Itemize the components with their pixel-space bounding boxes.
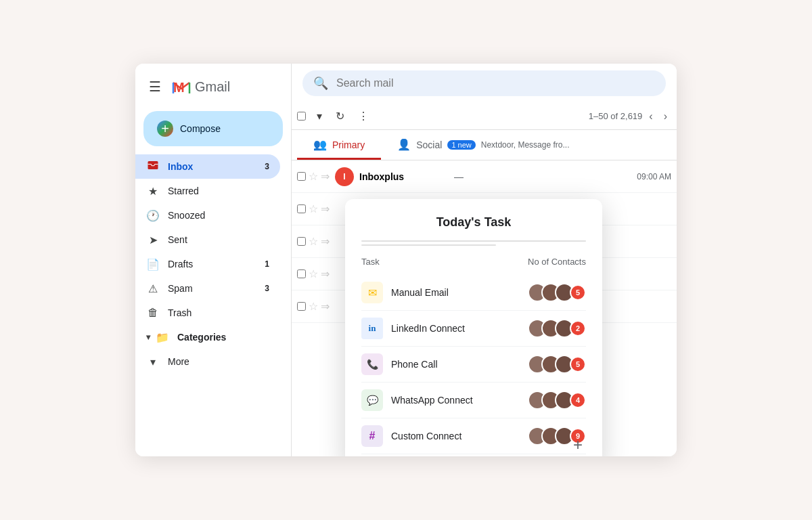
categories-label: Categories: [177, 332, 226, 343]
star-icon[interactable]: ☆: [309, 300, 318, 313]
linkedin-icon: in: [361, 318, 383, 339]
sidebar-item-inbox[interactable]: Inbox 3: [135, 154, 280, 179]
prev-page-button[interactable]: ‹: [645, 108, 656, 125]
social-tab-sub: Nextdoor, Message fro...: [481, 140, 570, 150]
inbox-badge: 3: [265, 162, 269, 171]
sidebar-item-more[interactable]: ▾ More: [135, 349, 280, 374]
task-row-phone[interactable]: 📞 Phone Call 5: [361, 347, 586, 383]
sidebar-item-categories[interactable]: ▾ 📁 Categories: [135, 325, 291, 349]
snoozed-label: Snoozed: [168, 210, 269, 221]
tab-primary[interactable]: 👥 Primary: [297, 130, 381, 160]
drafts-badge: 1: [265, 259, 269, 269]
sidebar: ☰ M Gmail + Compose: [135, 64, 291, 456]
sidebar-item-trash[interactable]: 🗑 Trash: [135, 301, 280, 325]
search-input[interactable]: [336, 77, 655, 89]
linkedin-label: LinkedIn Connect: [391, 323, 528, 334]
starred-icon: ★: [146, 185, 160, 198]
snooze-icon[interactable]: ⇒: [321, 202, 330, 215]
linkedin-avatars: 2: [528, 319, 586, 338]
task-divider-bottom: [361, 244, 496, 246]
compose-button[interactable]: + Compose: [143, 111, 283, 146]
avatar-count-badge: 5: [570, 356, 586, 372]
sidebar-item-spam[interactable]: ⚠ Spam 3: [135, 276, 280, 301]
task-col-task: Task: [361, 257, 380, 267]
whatsapp-label: WhatsApp Connect: [391, 395, 528, 406]
custom-icon: #: [361, 425, 383, 447]
search-icon: 🔍: [313, 76, 328, 91]
avatar-count-badge: 5: [570, 284, 586, 301]
whatsapp-avatars: 4: [528, 391, 586, 410]
email-checkbox[interactable]: [297, 172, 306, 181]
trash-icon: 🗑: [146, 307, 160, 319]
sidebar-item-drafts[interactable]: 📄 Drafts 1: [135, 252, 280, 276]
svg-rect-2: [148, 161, 158, 169]
task-header-row: Task No of Contacts: [361, 257, 586, 267]
avatar-count-badge: 4: [570, 392, 586, 408]
sidebar-header: ☰ M Gmail: [135, 69, 291, 108]
task-add-button[interactable]: +: [567, 434, 589, 456]
task-modal: Today's Task Task No of Contacts ✉ Manua…: [345, 199, 602, 456]
pagination-arrows: ‹ ›: [645, 108, 671, 125]
tab-social[interactable]: 👤 Social 1 new Nextdoor, Message fro...: [381, 130, 585, 160]
task-row-custom[interactable]: # Custom Connect 9: [361, 418, 586, 454]
gmail-label: Gmail: [195, 79, 230, 95]
phone-icon: 📞: [361, 353, 383, 375]
star-icon[interactable]: ☆: [309, 170, 318, 183]
spam-badge: 3: [265, 284, 269, 293]
sidebar-item-snoozed[interactable]: 🕐 Snoozed: [135, 203, 280, 228]
star-icon[interactable]: ☆: [309, 235, 318, 248]
custom-label: Custom Connect: [391, 431, 528, 441]
star-icon[interactable]: ☆: [309, 202, 318, 215]
manual-email-avatars: 5: [528, 283, 586, 302]
avatar-count-badge: 2: [570, 320, 586, 337]
task-divider-top: [361, 240, 586, 242]
drafts-label: Drafts: [168, 259, 265, 269]
inbox-icon: [146, 159, 160, 174]
email-checkbox[interactable]: [297, 269, 306, 278]
phone-label: Phone Call: [391, 359, 528, 370]
drafts-icon: 📄: [146, 258, 160, 271]
more-options-button[interactable]: ⋮: [353, 106, 374, 127]
primary-tab-label: Primary: [332, 139, 365, 150]
whatsapp-icon: 💬: [361, 389, 383, 411]
starred-label: Starred: [168, 186, 269, 196]
snooze-icon[interactable]: ⇒: [321, 170, 330, 183]
spam-label: Spam: [168, 283, 265, 294]
categories-icon: 📁: [156, 331, 169, 344]
snooze-icon[interactable]: ⇒: [321, 267, 330, 280]
star-icon[interactable]: ☆: [309, 267, 318, 280]
search-bar: 🔍: [302, 70, 666, 96]
trash-label: Trash: [168, 307, 269, 318]
gmail-logo: M Gmail: [171, 76, 230, 98]
task-row-linkedin[interactable]: in LinkedIn Connect 2: [361, 311, 586, 347]
social-badge: 1 new: [447, 140, 475, 150]
sidebar-item-starred[interactable]: ★ Starred: [135, 179, 280, 203]
email-checkbox[interactable]: [297, 237, 306, 246]
sidebar-item-sent[interactable]: ➤ Sent: [135, 228, 280, 252]
svg-text:M: M: [173, 80, 185, 95]
email-row[interactable]: ☆ ⇒ I Inboxplus — 09:00 AM: [292, 160, 677, 193]
chevron-down-icon: ▾: [146, 332, 150, 342]
compose-label: Compose: [180, 123, 221, 134]
email-time: 09:00 AM: [637, 172, 671, 181]
email-subject: —: [454, 171, 631, 182]
snoozed-icon: 🕐: [146, 209, 160, 222]
inbox-label: Inbox: [168, 161, 265, 172]
hamburger-icon[interactable]: ☰: [146, 76, 164, 98]
dropdown-arrow-button[interactable]: ▾: [311, 106, 328, 127]
primary-tab-icon: 👥: [313, 138, 327, 151]
task-row-whatsapp[interactable]: 💬 WhatsApp Connect 4: [361, 383, 586, 418]
refresh-button[interactable]: ↻: [330, 106, 350, 127]
select-all-checkbox[interactable]: [297, 112, 306, 121]
task-col-contacts: No of Contacts: [528, 257, 586, 267]
task-modal-title: Today's Task: [361, 215, 586, 230]
social-tab-label: Social: [416, 139, 442, 150]
task-row-manual-email[interactable]: ✉ Manual Email 5: [361, 275, 586, 311]
email-checkbox[interactable]: [297, 204, 306, 213]
more-label: More: [168, 356, 269, 367]
manual-email-icon: ✉: [361, 282, 383, 303]
email-checkbox[interactable]: [297, 302, 306, 311]
next-page-button[interactable]: ›: [660, 108, 671, 125]
snooze-icon[interactable]: ⇒: [321, 300, 330, 313]
snooze-icon[interactable]: ⇒: [321, 235, 330, 248]
